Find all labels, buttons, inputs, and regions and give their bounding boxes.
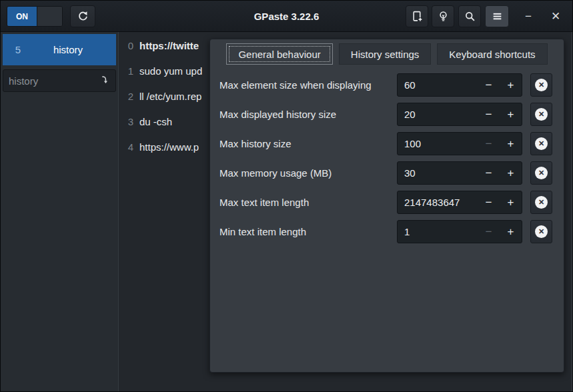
spin-minus[interactable]: − [478,221,500,243]
reset-button[interactable]: ✕ [530,132,552,155]
spin-value[interactable]: 20 [398,109,478,120]
settings-tabs: General behaviour History settings Keybo… [210,43,564,65]
spinbox[interactable]: 60 − + [397,73,522,97]
settings-popover: General behaviour History settings Keybo… [209,39,564,373]
spin-minus[interactable]: − [478,103,500,125]
spin-minus[interactable]: − [478,74,500,96]
spin-value[interactable]: 30 [398,167,478,179]
tab-general-behaviour[interactable]: General behaviour [226,43,332,65]
item-text: sudo yum upd [139,65,202,77]
tracking-toggle-switch[interactable]: ON [7,6,63,27]
sidebar: 5 history [1,32,119,391]
setting-row: Max element size when displaying 60 − + … [210,73,564,97]
search-button[interactable] [458,5,481,27]
setting-row: Min text item length 1 − + ✕ [210,220,564,243]
switch-history-arrow-icon[interactable] [100,75,110,87]
menu-button[interactable] [485,5,509,27]
item-text: du -csh [139,116,172,127]
history-name-entry[interactable] [3,69,116,92]
refresh-button[interactable] [70,5,95,27]
spin-plus[interactable]: + [500,103,522,125]
minimize-button[interactable]: − [517,1,540,32]
spin-value[interactable]: 60 [398,79,478,91]
item-text: https://twitte [139,40,199,51]
setting-label: Min text item length [219,220,306,243]
spin-plus[interactable]: + [500,221,522,243]
spin-plus[interactable]: + [500,162,522,184]
document-add-icon [412,11,423,22]
item-text: https://www.p [139,141,199,153]
setting-label: Max displayed history size [219,103,336,126]
reset-button[interactable]: ✕ [530,73,552,97]
setting-label: Max memory usage (MB) [219,161,332,185]
window-right-edge [572,32,572,391]
spin-value[interactable]: 100 [398,138,478,149]
history-item-label: history [33,44,116,55]
main-area: 0 https://twitte 1 sudo yum upd 2 ll /et… [119,32,572,391]
reset-circle-x-icon: ✕ [535,225,548,238]
about-button[interactable] [432,5,454,27]
item-index: 4 [119,141,133,153]
spin-plus[interactable]: + [500,191,522,213]
spinbox[interactable]: 1 − + [397,220,522,243]
sidebar-item-history[interactable]: 5 history [3,34,116,65]
item-index: 0 [119,40,133,51]
reset-circle-x-icon: ✕ [535,167,548,179]
reset-circle-x-icon: ✕ [535,196,548,209]
tab-keyboard-shortcuts[interactable]: Keyboard shortcuts [437,43,547,65]
headerbar: ON GPaste 3.22.6 [1,1,572,32]
reset-circle-x-icon: ✕ [535,79,548,91]
close-button[interactable]: ✕ [544,1,567,32]
reset-button[interactable]: ✕ [530,161,552,185]
spinbox[interactable]: 30 − + [397,161,522,185]
setting-row: Max memory usage (MB) 30 − + ✕ [210,161,564,185]
setting-row: Max displayed history size 20 − + ✕ [210,103,564,126]
tab-history-settings[interactable]: History settings [339,43,432,65]
setting-label: Max history size [219,132,292,155]
search-icon [464,11,476,22]
spinbox[interactable]: 2147483647 − + [397,191,522,214]
toggle-knob[interactable] [37,7,62,26]
reset-circle-x-icon: ✕ [535,108,548,121]
spinbox[interactable]: 20 − + [397,103,522,126]
spin-minus[interactable]: − [478,133,500,155]
item-index: 3 [119,116,133,127]
setting-row: Max text item length 2147483647 − + ✕ [210,191,564,214]
setting-label: Max element size when displaying [219,73,372,97]
hamburger-menu-icon [492,11,503,22]
setting-row: Max history size 100 − + ✕ [210,132,564,155]
setting-label: Max text item length [219,191,309,214]
lightbulb-icon [438,11,449,22]
reset-circle-x-icon: ✕ [535,137,548,150]
item-index: 1 [119,65,133,77]
window-body: 5 history 0 https://twitte [1,32,572,391]
reset-button[interactable]: ✕ [530,103,552,126]
spin-plus[interactable]: + [500,74,522,96]
spin-value[interactable]: 1 [398,226,478,237]
reset-button[interactable]: ✕ [530,220,552,243]
settings-rows: Max element size when displaying 60 − + … [210,73,564,249]
spin-plus[interactable]: + [500,133,522,155]
history-name-input[interactable] [9,75,100,87]
item-index: 2 [119,91,133,102]
toggle-on-label: ON [7,7,37,26]
reset-button[interactable]: ✕ [530,191,552,214]
new-history-button[interactable] [406,5,428,27]
history-item-count: 5 [3,44,33,55]
spin-minus[interactable]: − [478,191,500,213]
item-text: ll /etc/yum.rep [139,91,201,102]
refresh-icon [77,11,89,22]
spin-minus[interactable]: − [478,162,500,184]
spinbox[interactable]: 100 − + [397,132,522,155]
gpaste-window: ON GPaste 3.22.6 [0,0,573,392]
spin-value[interactable]: 2147483647 [398,197,478,208]
